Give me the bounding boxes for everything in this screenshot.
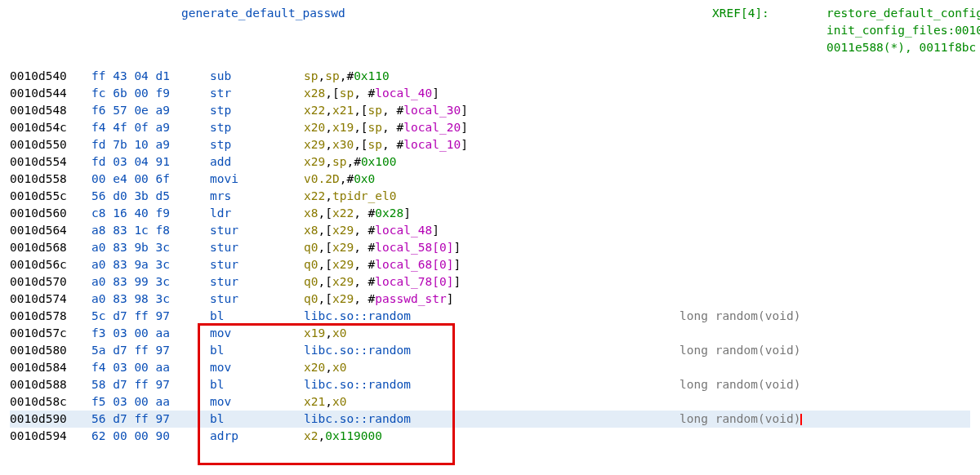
operands: x19,x0 bbox=[304, 325, 516, 342]
instruction-row[interactable]: 0010d584f4 03 00 aamovx20,x0 bbox=[10, 359, 970, 376]
instruction-row[interactable]: 0010d560c8 16 40 f9ldrx8,[x22, #0x28] bbox=[10, 205, 970, 222]
mnemonic: bl bbox=[210, 411, 304, 428]
instruction-row[interactable]: 0010d554fd 03 04 91addx29,sp,#0x100 bbox=[10, 153, 970, 171]
bytes: 58 d7 ff 97 bbox=[91, 376, 210, 393]
mnemonic: movi bbox=[210, 171, 304, 188]
annotation bbox=[516, 393, 970, 411]
address: 0010d544 bbox=[10, 85, 91, 102]
mnemonic: bl bbox=[210, 376, 304, 393]
instruction-row[interactable]: 0010d58858 d7 ff 97bllibc.so::randomlong… bbox=[10, 376, 970, 393]
bytes: f6 57 0e a9 bbox=[91, 102, 210, 119]
annotation bbox=[516, 85, 970, 102]
bytes: c8 16 40 f9 bbox=[91, 205, 210, 222]
bytes: a0 83 98 3c bbox=[91, 291, 210, 308]
instruction-row[interactable]: 0010d55800 e4 00 6fmoviv0.2D,#0x0 bbox=[10, 171, 970, 188]
address: 0010d58c bbox=[10, 393, 91, 411]
instruction-row[interactable]: 0010d56ca0 83 9a 3csturq0,[x29, #local_6… bbox=[10, 256, 970, 273]
bytes: f4 4f 0f a9 bbox=[91, 119, 210, 136]
xref-count-label: XREF[4]: bbox=[712, 5, 826, 22]
instruction-row[interactable]: 0010d544fc 6b 00 f9strx28,[sp, #local_40… bbox=[10, 85, 970, 102]
address: 0010d548 bbox=[10, 102, 91, 119]
bytes: a0 83 99 3c bbox=[91, 273, 210, 291]
address: 0010d550 bbox=[10, 136, 91, 153]
mnemonic: add bbox=[210, 153, 304, 171]
instruction-row[interactable]: 0010d574a0 83 98 3csturq0,[x29, #passwd_… bbox=[10, 291, 970, 308]
bytes: 00 e4 00 6f bbox=[91, 171, 210, 188]
mnemonic: adrp bbox=[210, 428, 304, 445]
mnemonic: mrs bbox=[210, 188, 304, 205]
annotation: long random(void) bbox=[516, 376, 970, 393]
bytes: fd 03 04 91 bbox=[91, 153, 210, 171]
operands: x29,sp,#0x100 bbox=[304, 153, 516, 171]
instruction-row[interactable]: 0010d55c56 d0 3b d5mrsx22,tpidr_el0 bbox=[10, 188, 970, 205]
operands: q0,[x29, #local_78[0]] bbox=[304, 273, 516, 291]
bytes: ff 43 04 d1 bbox=[91, 68, 210, 85]
bytes: a8 83 1c f8 bbox=[91, 222, 210, 239]
operands: x20,x19,[sp, #local_20] bbox=[304, 119, 516, 136]
annotation bbox=[516, 325, 970, 342]
bytes: fc 6b 00 f9 bbox=[91, 85, 210, 102]
operands: v0.2D,#0x0 bbox=[304, 171, 516, 188]
bytes: f4 03 00 aa bbox=[91, 359, 210, 376]
instruction-row[interactable]: 0010d59462 00 00 90adrpx2,0x119000 bbox=[10, 428, 970, 445]
xref-list[interactable]: restore_default_config:0010d344(… init_c… bbox=[826, 5, 980, 56]
address: 0010d558 bbox=[10, 171, 91, 188]
annotation bbox=[516, 68, 970, 85]
address: 0010d564 bbox=[10, 222, 91, 239]
operands: x8,[x29, #local_48] bbox=[304, 222, 516, 239]
instruction-row[interactable]: 0010d568a0 83 9b 3csturq0,[x29, #local_5… bbox=[10, 239, 970, 256]
address: 0010d578 bbox=[10, 308, 91, 325]
annotation bbox=[516, 119, 970, 136]
bytes: 56 d7 ff 97 bbox=[91, 411, 210, 428]
operands: libc.so::random bbox=[304, 376, 516, 393]
mnemonic: stp bbox=[210, 136, 304, 153]
annotation bbox=[516, 171, 970, 188]
annotation bbox=[516, 136, 970, 153]
annotation bbox=[516, 205, 970, 222]
mnemonic: mov bbox=[210, 359, 304, 376]
operands: libc.so::random bbox=[304, 308, 516, 325]
operands: x22,x21,[sp, #local_30] bbox=[304, 102, 516, 119]
address: 0010d580 bbox=[10, 342, 91, 359]
mnemonic: bl bbox=[210, 308, 304, 325]
mnemonic: stur bbox=[210, 222, 304, 239]
annotation bbox=[516, 291, 970, 308]
instruction-row[interactable]: 0010d5805a d7 ff 97bllibc.so::randomlong… bbox=[10, 342, 970, 359]
function-name[interactable]: generate_default_passwd bbox=[181, 5, 712, 22]
disassembly-listing: generate_default_passwd XREF[4]: restore… bbox=[10, 5, 970, 445]
annotation bbox=[516, 256, 970, 273]
address: 0010d540 bbox=[10, 68, 91, 85]
bytes: 5a d7 ff 97 bbox=[91, 342, 210, 359]
instruction-row[interactable]: 0010d540ff 43 04 d1subsp,sp,#0x110 bbox=[10, 68, 970, 85]
mnemonic: bl bbox=[210, 342, 304, 359]
instruction-row[interactable]: 0010d59056 d7 ff 97bllibc.so::randomlong… bbox=[10, 411, 970, 428]
operands: libc.so::random bbox=[304, 342, 516, 359]
annotation bbox=[516, 222, 970, 239]
instruction-row[interactable]: 0010d550fd 7b 10 a9stpx29,x30,[sp, #loca… bbox=[10, 136, 970, 153]
operands: x2,0x119000 bbox=[304, 428, 516, 445]
annotation bbox=[516, 102, 970, 119]
operands: x21,x0 bbox=[304, 393, 516, 411]
instruction-row[interactable]: 0010d54cf4 4f 0f a9stpx20,x19,[sp, #loca… bbox=[10, 119, 970, 136]
instruction-row[interactable]: 0010d5785c d7 ff 97bllibc.so::randomlong… bbox=[10, 308, 970, 325]
address: 0010d568 bbox=[10, 239, 91, 256]
mnemonic: mov bbox=[210, 325, 304, 342]
mnemonic: stur bbox=[210, 273, 304, 291]
instruction-row[interactable]: 0010d564a8 83 1c f8sturx8,[x29, #local_4… bbox=[10, 222, 970, 239]
instruction-row[interactable]: 0010d57cf3 03 00 aamovx19,x0 bbox=[10, 325, 970, 342]
instruction-rows: 0010d540ff 43 04 d1subsp,sp,#0x1100010d5… bbox=[10, 68, 970, 445]
bytes: f3 03 00 aa bbox=[91, 325, 210, 342]
instruction-row[interactable]: 0010d548f6 57 0e a9stpx22,x21,[sp, #loca… bbox=[10, 102, 970, 119]
address: 0010d560 bbox=[10, 205, 91, 222]
address: 0010d54c bbox=[10, 119, 91, 136]
bytes: a0 83 9b 3c bbox=[91, 239, 210, 256]
operands: x29,x30,[sp, #local_10] bbox=[304, 136, 516, 153]
operands: x8,[x22, #0x28] bbox=[304, 205, 516, 222]
instruction-row[interactable]: 0010d570a0 83 99 3csturq0,[x29, #local_7… bbox=[10, 273, 970, 291]
annotation bbox=[516, 153, 970, 171]
annotation bbox=[516, 273, 970, 291]
mnemonic: mov bbox=[210, 393, 304, 411]
instruction-row[interactable]: 0010d58cf5 03 00 aamovx21,x0 bbox=[10, 393, 970, 411]
bytes: 62 00 00 90 bbox=[91, 428, 210, 445]
cursor-icon bbox=[800, 414, 802, 425]
